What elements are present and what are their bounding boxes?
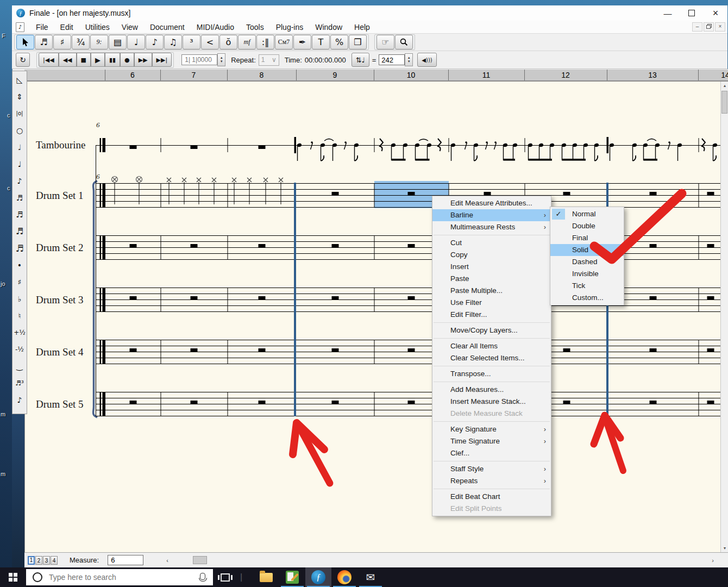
taskbar-firefox[interactable] xyxy=(331,567,357,587)
speedy-entry-tool[interactable]: ♪ xyxy=(146,35,164,49)
eraser-icon[interactable]: ◺ xyxy=(12,71,27,88)
staff-label-drum-set-2[interactable]: Drum Set 2 xyxy=(36,242,84,253)
articulation-tool[interactable]: ŏ xyxy=(219,35,237,49)
taskbar-search[interactable] xyxy=(26,569,213,585)
nudge-icon[interactable]: ⇕ xyxy=(12,88,27,105)
vscroll-thumb[interactable] xyxy=(721,91,727,114)
rewind-to-start-button[interactable]: |◀◀ xyxy=(39,53,59,67)
ruler-measure-6[interactable]: 6 xyxy=(105,71,160,79)
loop-button[interactable]: ↻ xyxy=(16,53,30,67)
playback-settings-button[interactable]: ◀))) xyxy=(417,53,436,67)
score-view[interactable]: Tambourine Drum Set 1 Drum Set 2 Drum Se… xyxy=(24,82,720,552)
menu-item-transpose[interactable]: Transpose... xyxy=(432,368,551,380)
repitch-icon[interactable]: |o| xyxy=(12,105,27,122)
quarter-note-icon[interactable]: ♩ xyxy=(12,155,27,172)
submenu-item-dashed[interactable]: Dashed xyxy=(550,256,624,268)
layer-2-button[interactable]: 2 xyxy=(35,556,42,565)
menu-item-paste-multiple[interactable]: Paste Multiple... xyxy=(432,285,551,297)
menu-item-multimeasure-rests[interactable]: Multimeasure Rests› xyxy=(432,221,551,233)
forward-button[interactable]: ▶▶ xyxy=(134,53,152,67)
whole-note-icon[interactable]: ○ xyxy=(12,122,27,139)
zoom-tool[interactable] xyxy=(395,35,413,49)
submenu-item-custom[interactable]: Custom... xyxy=(550,292,624,304)
clef-tool[interactable]: 9: xyxy=(90,35,108,49)
microphone-icon[interactable] xyxy=(200,573,205,580)
menu-item-staff-style[interactable]: Staff Style› xyxy=(432,463,551,475)
lyrics-tool[interactable]: ✒ xyxy=(293,35,311,49)
menu-item-insert-measure-stack[interactable]: Insert Measure Stack... xyxy=(432,396,551,408)
vertical-scrollbar[interactable]: ▲ ▼ xyxy=(720,82,728,552)
menu-item-add-measures[interactable]: Add Measures... xyxy=(432,384,551,396)
menu-item-clear-all-items[interactable]: Clear All Items xyxy=(432,340,551,352)
half-step-down-icon[interactable]: -½ xyxy=(12,341,27,358)
staff-label-drum-set-4[interactable]: Drum Set 4 xyxy=(36,346,84,358)
sharp-icon[interactable]: ♯ xyxy=(12,273,27,290)
menu-help[interactable]: Help xyxy=(348,21,376,34)
menu-file[interactable]: File xyxy=(30,21,54,34)
measure-ruler[interactable]: 6 7 8 9 10 11 12 13 14 xyxy=(24,69,728,82)
onetwentyeighth-note-icon[interactable]: ♬ xyxy=(12,240,27,257)
menu-item-insert[interactable]: Insert xyxy=(432,261,551,273)
ruler-measure-7[interactable]: 7 xyxy=(160,71,227,79)
key-signature-tool[interactable]: ♯ xyxy=(53,35,71,49)
pause-button[interactable]: ▮▮ xyxy=(105,53,120,67)
menu-item-paste[interactable]: Paste xyxy=(432,273,551,285)
half-step-up-icon[interactable]: +½ xyxy=(12,324,27,341)
measure-input[interactable] xyxy=(108,555,143,565)
stop-button[interactable]: ■ xyxy=(77,53,91,67)
ruler-measure-11[interactable]: 11 xyxy=(448,71,524,79)
task-view-button[interactable] xyxy=(213,567,237,587)
selection-tool[interactable] xyxy=(16,35,34,49)
submenu-item-normal[interactable]: ✓ Normal xyxy=(550,208,624,220)
maximize-button[interactable] xyxy=(680,5,704,21)
close-button[interactable]: × xyxy=(704,5,727,21)
menu-item-clear-selected-items[interactable]: Clear Selected Items... xyxy=(432,352,551,364)
layer-1-button[interactable]: 1 xyxy=(28,556,35,565)
taskbar-notation-app[interactable] xyxy=(279,567,305,587)
natural-icon[interactable]: ♮ xyxy=(12,307,27,324)
scroll-up-icon[interactable]: ▲ xyxy=(721,82,728,90)
menu-item-use-filter[interactable]: Use Filter xyxy=(432,297,551,309)
measure-tool[interactable]: ▤ xyxy=(109,35,127,49)
mdi-restore-button[interactable] xyxy=(704,22,714,32)
menu-document[interactable]: Document xyxy=(144,21,191,34)
search-input[interactable] xyxy=(48,572,186,582)
sixtyfourth-note-icon[interactable]: ♬ xyxy=(12,223,27,240)
grace-note-icon[interactable]: ♪ xyxy=(12,391,27,408)
submenu-item-double[interactable]: Double xyxy=(550,220,624,232)
hscroll-left-icon[interactable]: ‹ xyxy=(166,557,168,564)
staff-label-tambourine[interactable]: Tambourine xyxy=(36,139,86,151)
menu-midi-audio[interactable]: MIDI/Audio xyxy=(191,21,240,34)
taskbar-finale[interactable]: ƒ xyxy=(305,567,331,587)
menu-item-key-signature[interactable]: Key Signature› xyxy=(432,423,551,435)
menu-utilities[interactable]: Utilities xyxy=(79,21,116,34)
submenu-item-invisible[interactable]: Invisible xyxy=(550,268,624,280)
menu-view[interactable]: View xyxy=(116,21,144,34)
taskbar-mail[interactable]: ✉ xyxy=(357,567,384,587)
tempo-spinner[interactable]: ▲▼ xyxy=(405,53,413,66)
submenu-item-final[interactable]: Final xyxy=(550,232,624,244)
layer-3-button[interactable]: 3 xyxy=(43,556,50,565)
ruler-measure-14[interactable]: 14 xyxy=(698,71,728,79)
text-tool[interactable]: T xyxy=(312,35,330,49)
ruler-measure-13[interactable]: 13 xyxy=(607,71,698,79)
staff-label-drum-set-3[interactable]: Drum Set 3 xyxy=(36,294,84,305)
minimize-button[interactable]: — xyxy=(656,5,680,21)
menu-item-repeats[interactable]: Repeats› xyxy=(432,475,551,487)
menu-item-cut[interactable]: Cut xyxy=(432,237,551,249)
repeat-dropdown[interactable]: 1∨ xyxy=(259,54,279,66)
record-button[interactable]: ● xyxy=(120,53,134,67)
hscroll-thumb[interactable] xyxy=(193,556,207,564)
augmentation-dot-icon[interactable]: • xyxy=(12,257,27,273)
tempo-note-button[interactable]: ⇅♩ xyxy=(352,53,369,67)
eighth-note-icon[interactable]: ♪ xyxy=(12,172,27,189)
sixteenth-note-icon[interactable]: ♬ xyxy=(12,189,27,206)
submenu-item-tick[interactable]: Tick xyxy=(550,280,624,292)
staff-label-drum-set-1[interactable]: Drum Set 1 xyxy=(36,190,84,201)
play-button[interactable]: ▶ xyxy=(91,53,105,67)
menu-item-edit-beat-chart[interactable]: Edit Beat Chart xyxy=(432,491,551,503)
hscroll-right-icon[interactable]: › xyxy=(712,557,714,564)
hand-grabber-tool[interactable]: ☞ xyxy=(376,35,394,49)
smart-shape-tool[interactable]: < xyxy=(201,35,219,49)
ruler-measure-8[interactable]: 8 xyxy=(227,71,296,79)
